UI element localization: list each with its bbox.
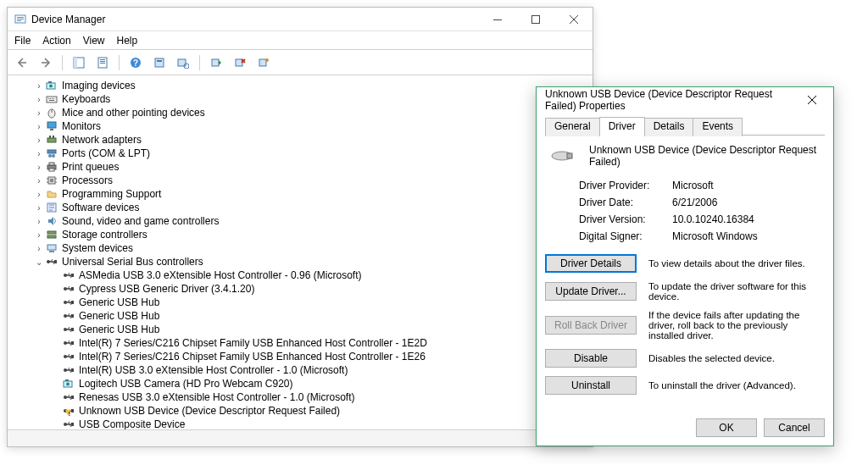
device-header: Unknown USB Device (Device Descriptor Re…	[550, 144, 825, 168]
svg-rect-30	[49, 100, 54, 101]
chevron-right-icon[interactable]: ›	[33, 81, 45, 91]
tree-item-label: Processors	[62, 174, 113, 186]
tree-item[interactable]: Logitech USB Camera (HD Pro Webcam C920)	[9, 377, 593, 390]
uninstall-button[interactable]	[231, 53, 249, 72]
tab-events[interactable]: Events	[693, 118, 743, 136]
svg-point-71	[64, 368, 67, 372]
tree-item[interactable]: Intel(R) USB 3.0 eXtensible Host Control…	[9, 363, 593, 377]
device-tree[interactable]: ›Imaging devices›Keyboards›Mice and othe…	[8, 77, 593, 429]
chevron-right-icon[interactable]: ›	[33, 163, 45, 172]
chevron-right-icon[interactable]: ›	[33, 95, 45, 104]
update-driver-button[interactable]	[207, 53, 225, 72]
tree-item[interactable]: Generic USB Hub	[9, 309, 593, 323]
svg-rect-58	[71, 274, 74, 277]
menu-action[interactable]: Action	[42, 35, 70, 47]
chevron-right-icon[interactable]: ›	[33, 149, 45, 158]
tree-item[interactable]: ASMedia USB 3.0 eXtensible Host Controll…	[9, 268, 593, 282]
disable-button[interactable]: Disable	[545, 349, 637, 368]
usb-icon	[62, 310, 75, 322]
svg-rect-60	[71, 287, 74, 291]
toolbar-separator	[199, 55, 200, 70]
svg-rect-27	[50, 98, 51, 99]
tree-item[interactable]: ›Programming Support	[9, 187, 593, 201]
chevron-right-icon[interactable]: ›	[33, 176, 45, 185]
driver-details-button[interactable]: Driver Details	[545, 254, 637, 273]
help-button[interactable]: ?	[126, 53, 145, 72]
tree-item[interactable]: ⌄Universal Serial Bus controllers	[9, 255, 593, 268]
tree-item[interactable]: Intel(R) 7 Series/C216 Chipset Family US…	[9, 336, 593, 350]
menu-view[interactable]: View	[83, 35, 105, 47]
tree-item[interactable]: ›Imaging devices	[9, 79, 593, 92]
camera-icon	[45, 80, 58, 91]
tab-driver[interactable]: Driver	[599, 117, 645, 136]
menu-file[interactable]: File	[14, 35, 31, 47]
uninstall-desc: To uninstall the driver (Advanced).	[648, 380, 825, 390]
tree-item[interactable]: ›Mice and other pointing devices	[9, 106, 593, 119]
close-button[interactable]	[554, 8, 593, 31]
tree-item[interactable]: ›Monitors	[9, 119, 593, 133]
svg-rect-64	[71, 314, 74, 318]
usb-icon	[45, 256, 58, 268]
tree-item[interactable]: Generic USB Hub	[9, 296, 593, 309]
tree-item[interactable]: ›Ports (COM & LPT)	[9, 147, 593, 160]
close-button[interactable]	[794, 88, 830, 112]
uninstall-button[interactable]: Uninstall	[545, 376, 637, 395]
svg-point-23	[49, 85, 53, 88]
svg-rect-1	[17, 17, 24, 18]
tree-item-label: Network adapters	[62, 134, 142, 146]
svg-rect-38	[47, 150, 56, 153]
tree-item[interactable]: ›System devices	[9, 241, 593, 255]
update-driver-button[interactable]: Update Driver...	[545, 282, 637, 301]
titlebar[interactable]: Unknown USB Device (Device Descriptor Re…	[537, 87, 833, 113]
titlebar[interactable]: Device Manager	[8, 8, 593, 31]
tree-item[interactable]: ›Keyboards	[9, 92, 593, 106]
tree-item[interactable]: USB Composite Device	[9, 418, 593, 429]
tab-general[interactable]: General	[545, 118, 600, 136]
forward-button[interactable]	[36, 53, 55, 72]
menu-help[interactable]: Help	[117, 35, 138, 47]
svg-rect-28	[52, 98, 53, 99]
date-label: Driver Date:	[579, 197, 672, 208]
tree-item[interactable]: ›Print queues	[9, 160, 593, 174]
tree-item[interactable]: Renesas USB 3.0 eXtensible Host Controll…	[9, 390, 593, 404]
action-icon[interactable]	[150, 53, 169, 72]
properties-button[interactable]	[93, 53, 112, 72]
disable-button[interactable]	[254, 53, 273, 72]
tree-item[interactable]: ›Processors	[9, 174, 593, 187]
chevron-right-icon[interactable]: ›	[33, 136, 45, 145]
chevron-right-icon[interactable]: ›	[33, 108, 45, 118]
chevron-down-icon[interactable]: ⌄	[33, 257, 45, 267]
svg-point-40	[52, 154, 55, 158]
tree-item[interactable]: ›Network adapters	[9, 133, 593, 147]
svg-rect-18	[212, 59, 219, 66]
back-button[interactable]	[13, 53, 31, 72]
maximize-button[interactable]	[516, 8, 554, 31]
chevron-right-icon[interactable]: ›	[33, 230, 45, 240]
window-title: Device Manager	[31, 14, 478, 25]
tree-item[interactable]: ›Storage controllers	[9, 228, 593, 241]
svg-text:!: !	[69, 411, 70, 417]
ports-icon	[45, 147, 58, 159]
minimize-button[interactable]	[478, 8, 516, 31]
cancel-button[interactable]: Cancel	[764, 418, 825, 437]
tree-item[interactable]: Cypress USB Generic Driver (3.4.1.20)	[9, 282, 593, 296]
svg-point-82	[64, 423, 67, 426]
tree-item[interactable]: !Unknown USB Device (Device Descriptor R…	[9, 404, 593, 418]
svg-rect-34	[50, 129, 53, 130]
ok-button[interactable]: OK	[696, 418, 757, 437]
tree-item[interactable]: Generic USB Hub	[9, 323, 593, 336]
chevron-right-icon[interactable]: ›	[33, 122, 45, 131]
chevron-right-icon[interactable]: ›	[33, 217, 45, 226]
chevron-right-icon[interactable]: ›	[33, 190, 45, 199]
scan-hardware-button[interactable]	[174, 53, 192, 72]
show-hide-tree-button[interactable]	[70, 53, 88, 72]
tree-item[interactable]: ›Sound, video and game controllers	[9, 214, 593, 228]
svg-rect-35	[47, 138, 56, 142]
chevron-right-icon[interactable]: ›	[33, 244, 45, 253]
tree-item[interactable]: Intel(R) 7 Series/C216 Chipset Family US…	[9, 350, 593, 363]
chevron-right-icon[interactable]: ›	[33, 203, 45, 213]
svg-rect-37	[53, 136, 54, 138]
tree-item[interactable]: ›Software devices	[9, 201, 593, 214]
tab-details[interactable]: Details	[644, 118, 694, 136]
svg-point-57	[64, 274, 67, 277]
